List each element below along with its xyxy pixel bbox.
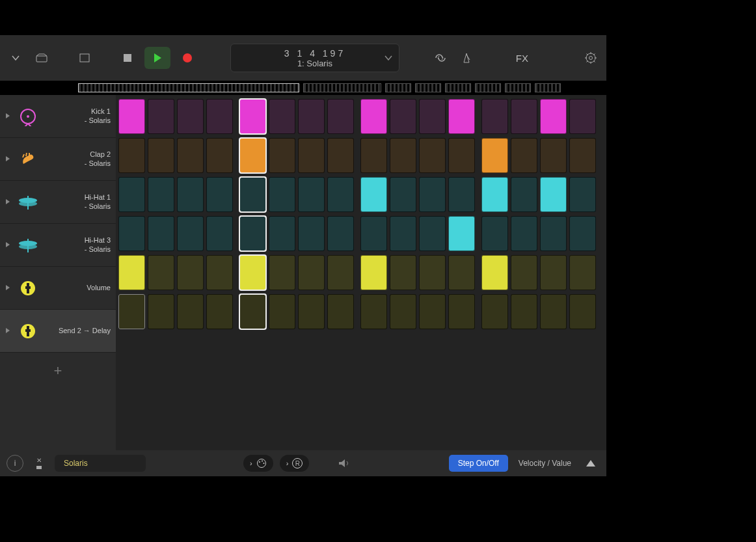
step-cell[interactable] [569,138,596,173]
step-cell[interactable] [177,138,204,173]
step-cell[interactable] [481,255,508,290]
step-cell[interactable] [448,255,475,290]
track-header[interactable]: Clap 2- Solaris [0,138,116,181]
view-menu-button[interactable] [7,49,25,67]
step-cell[interactable] [419,99,446,134]
step-cell[interactable] [206,138,233,173]
step-cell[interactable] [419,177,446,212]
step-cell[interactable] [360,294,387,329]
step-cell[interactable] [148,99,174,134]
step-cell[interactable] [511,99,537,134]
pattern-overview[interactable] [0,81,606,95]
play-button[interactable] [144,47,170,69]
step-cell[interactable] [540,177,567,212]
step-cell[interactable] [148,138,174,173]
step-cell[interactable] [511,255,537,290]
step-cell[interactable] [148,294,174,329]
step-cell[interactable] [569,216,596,251]
overview-segment[interactable] [505,83,531,92]
step-cell[interactable] [206,255,233,290]
step-cell[interactable] [148,255,174,290]
settings-button[interactable] [582,49,600,67]
overview-segment[interactable] [303,83,381,92]
step-cell[interactable] [177,294,204,329]
step-cell[interactable] [511,177,537,212]
overview-segment[interactable] [535,83,561,92]
add-track-button[interactable]: + [0,353,116,389]
step-cell[interactable] [448,177,475,212]
step-cell[interactable] [511,138,537,173]
track-header[interactable]: Send 2 → Delay [0,310,116,353]
step-cell[interactable] [206,294,233,329]
step-cell[interactable] [569,177,596,212]
step-cell[interactable] [298,294,325,329]
step-cell[interactable] [481,294,508,329]
step-cell[interactable] [177,216,204,251]
step-cell[interactable] [269,138,295,173]
lcd-display[interactable]: 3 1 4 197 1: Solaris [230,44,399,72]
overview-segment[interactable] [385,83,411,92]
step-cell[interactable] [569,99,596,134]
step-cell[interactable] [239,177,266,212]
palette-next-button[interactable]: › [243,455,273,472]
step-toggle-button[interactable]: Step On/Off [449,455,508,472]
step-cell[interactable] [448,294,475,329]
step-cell[interactable] [390,99,416,134]
step-cell[interactable] [327,99,354,134]
step-cell[interactable] [206,177,233,212]
track-header[interactable]: Volume [0,267,116,310]
step-cell[interactable] [239,99,266,134]
overview-segment[interactable] [78,83,299,92]
step-cell[interactable] [239,255,266,290]
overview-segment[interactable] [445,83,471,92]
step-cell[interactable] [327,138,354,173]
step-cell[interactable] [481,99,508,134]
step-cell[interactable] [148,216,174,251]
step-cell[interactable] [298,177,325,212]
step-cell[interactable] [269,99,295,134]
step-cell[interactable] [419,138,446,173]
disclosure-triangle-icon[interactable] [5,241,12,249]
track-header[interactable]: Kick 1- Solaris [0,95,116,138]
step-cell[interactable] [419,294,446,329]
step-cell[interactable] [390,294,416,329]
display-mode-button[interactable] [75,49,94,67]
step-cell[interactable] [390,177,416,212]
overview-segment[interactable] [475,83,501,92]
step-cell[interactable] [569,255,596,290]
step-cell[interactable] [327,216,354,251]
step-cell[interactable] [118,216,145,251]
disclosure-triangle-icon[interactable] [5,284,12,292]
step-cell[interactable] [118,294,145,329]
step-cell[interactable] [360,138,387,173]
edit-mode-label[interactable]: Velocity / Value [515,459,575,468]
track-header[interactable]: Hi-Hat 3- Solaris [0,224,116,267]
step-cell[interactable] [448,216,475,251]
step-cell[interactable] [540,294,567,329]
step-cell[interactable] [481,177,508,212]
step-cell[interactable] [419,216,446,251]
step-cell[interactable] [448,138,475,173]
step-cell[interactable] [540,138,567,173]
step-cell[interactable] [148,177,174,212]
step-cell[interactable] [206,99,233,134]
pattern-name-field[interactable]: Solaris [55,455,146,472]
step-cell[interactable] [481,138,508,173]
step-cell[interactable] [239,138,266,173]
overview-segment[interactable] [415,83,441,92]
step-cell[interactable] [118,99,145,134]
disclosure-triangle-icon[interactable] [5,198,12,206]
step-cell[interactable] [390,255,416,290]
step-cell[interactable] [239,216,266,251]
disclosure-triangle-icon[interactable] [5,156,12,163]
step-cell[interactable] [360,177,387,212]
step-cell[interactable] [239,294,266,329]
step-cell[interactable] [177,177,204,212]
preview-sound-button[interactable] [335,454,353,472]
step-cell[interactable] [540,255,567,290]
step-cell[interactable] [327,294,354,329]
step-cell[interactable] [569,294,596,329]
step-cell[interactable] [269,177,295,212]
step-cell[interactable] [360,99,387,134]
expand-button[interactable] [582,454,600,472]
